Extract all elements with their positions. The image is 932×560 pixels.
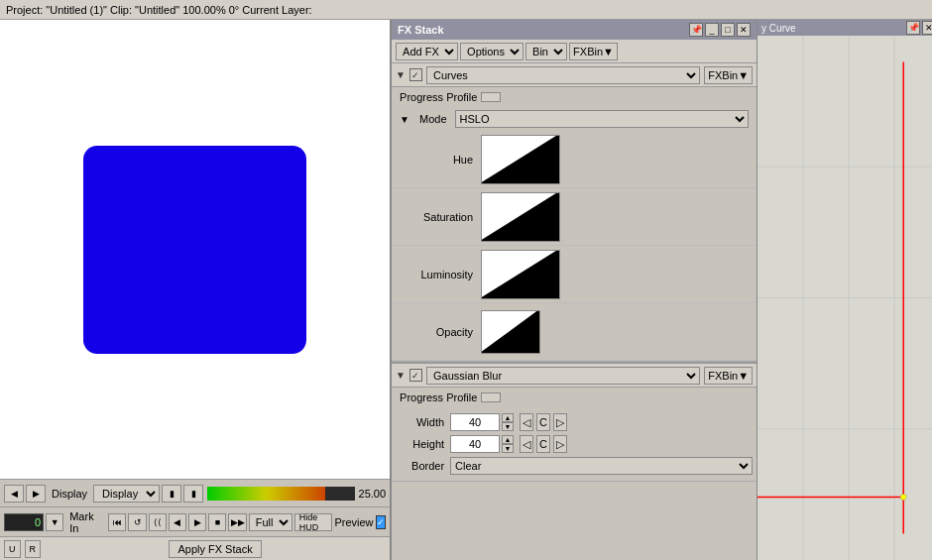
height-down-btn[interactable]: ▼ <box>502 444 514 453</box>
curves-mode-arrow[interactable]: ▼ <box>400 114 409 125</box>
height-next-btn[interactable]: ▷ <box>553 435 567 453</box>
preview-check[interactable]: ✓ <box>376 515 387 529</box>
height-up-btn[interactable]: ▲ <box>502 435 514 444</box>
luminosity-channel-row: Luminosity <box>392 246 757 303</box>
bin-select[interactable]: Bin <box>525 43 567 60</box>
curves-mode-select[interactable]: HSLO <box>455 110 750 128</box>
opacity-label: Opacity <box>392 326 481 338</box>
height-c-btn[interactable]: C <box>536 435 550 453</box>
width-down-btn[interactable]: ▼ <box>502 422 514 431</box>
display-select[interactable]: Display <box>93 485 160 503</box>
curves-name-select[interactable]: Curves <box>426 66 700 84</box>
gaussian-name-row: ▼ Gaussian Blur <box>396 367 700 385</box>
scroll-left-btn[interactable]: ◀ <box>4 485 24 503</box>
r-btn[interactable]: R <box>25 540 42 558</box>
gaussian-params: Width ▲ ▼ ◁ C ▷ <box>392 407 757 481</box>
apply-row: U R Apply FX Stack <box>0 536 390 560</box>
gaussian-fx-item: ▼ Gaussian Blur FXBin▼ Progress Profile <box>392 362 757 482</box>
display-label: Display <box>48 488 91 500</box>
curve-window-panel: y Curve 📌 ✕ <box>757 20 932 560</box>
top-bar: Project: "Untitled (1)" Clip: "Untitled"… <box>0 0 932 20</box>
curves-header: ▼ Curves FXBin▼ <box>392 63 757 87</box>
border-label: Border <box>396 460 450 472</box>
border-row: Border Clear <box>392 455 757 477</box>
timeline-track[interactable] <box>207 487 354 501</box>
opacity-curve[interactable] <box>481 310 540 354</box>
width-c-btn[interactable]: C <box>536 413 550 431</box>
opacity-channel-row: Opacity <box>392 303 757 361</box>
gaussian-progress-label: Progress Profile <box>400 392 477 403</box>
curve-window-content[interactable] <box>757 36 932 560</box>
curve-window-title: y Curve <box>761 23 795 34</box>
fx-window-buttons: 📌 _ □ ✕ <box>689 23 751 37</box>
width-link-btn[interactable]: ◁ <box>520 413 533 431</box>
fx-max-btn[interactable]: □ <box>721 23 735 37</box>
height-row: Height ▲ ▼ ◁ C ▷ <box>392 433 757 455</box>
gaussian-fxbin-btn[interactable]: FXBin▼ <box>704 367 753 385</box>
lum-curve-tri <box>481 250 559 298</box>
gaussian-progress-row: Progress Profile <box>392 388 757 407</box>
curves-fx-item: ▼ Curves FXBin▼ Progress Profile <box>392 63 757 362</box>
curves-enable-check[interactable] <box>409 68 422 81</box>
gaussian-name-select[interactable]: Gaussian Blur <box>426 367 700 385</box>
fxbin-top-btn[interactable]: FXBin▼ <box>569 43 618 60</box>
rewind-btn[interactable]: ↺ <box>128 513 146 531</box>
curves-fxbin-btn[interactable]: FXBin▼ <box>704 66 753 84</box>
tl-btn1[interactable]: ▮ <box>162 485 181 503</box>
gaussian-header: ▼ Gaussian Blur FXBin▼ <box>392 364 757 388</box>
height-input[interactable] <box>450 435 500 453</box>
curve-window-titlebar: y Curve 📌 ✕ <box>757 20 932 36</box>
hue-curve-tri <box>481 135 559 183</box>
prev-frame-btn[interactable]: ◀ <box>169 513 186 531</box>
hue-label: Hue <box>392 154 481 166</box>
fx-panel-scroll[interactable]: ▼ Curves FXBin▼ Progress Profile <box>392 63 757 560</box>
u-btn[interactable]: U <box>4 540 21 558</box>
fx-pin-btn[interactable]: 📌 <box>689 23 703 37</box>
play-btn[interactable]: ▶ <box>188 513 206 531</box>
curves-channels: Hue Saturation <box>392 131 757 361</box>
gaussian-collapse-arrow[interactable]: ▼ <box>396 370 406 381</box>
hide-hud-btn[interactable]: Hide HUD <box>294 513 333 531</box>
curves-progress-toggle[interactable] <box>481 92 501 102</box>
luminosity-curve[interactable] <box>481 250 560 299</box>
full-select[interactable]: Full <box>249 513 292 531</box>
curves-name-row: ▼ Curves <box>396 66 700 84</box>
timeline-bar: ◀ ▶ Display Display ▮ ▮ 25.00 <box>0 479 390 506</box>
fx-min-btn[interactable]: _ <box>705 23 719 37</box>
next-frame-btn[interactable]: ▶▶ <box>228 513 246 531</box>
curves-progress-label: Progress Profile <box>400 91 477 103</box>
gaussian-progress-toggle[interactable] <box>481 392 501 402</box>
time-input[interactable] <box>4 513 44 531</box>
curves-mode-row: ▼ Mode HSLO <box>392 107 757 131</box>
stop-btn[interactable]: ■ <box>208 513 226 531</box>
curves-progress-row: Progress Profile <box>392 87 757 107</box>
step-back-btn[interactable]: ⟨⟨ <box>149 513 167 531</box>
width-next-btn[interactable]: ▷ <box>553 413 567 431</box>
play-prev-btn[interactable]: ⏮ <box>108 513 126 531</box>
tl-btn2[interactable]: ▮ <box>183 485 203 503</box>
curves-collapse-arrow[interactable]: ▼ <box>396 69 406 80</box>
opacity-curve-tri <box>481 310 539 353</box>
curves-mode-label: Mode <box>419 113 447 125</box>
apply-fx-stack-btn[interactable]: Apply FX Stack <box>169 540 261 558</box>
height-link-btn[interactable]: ◁ <box>520 435 533 453</box>
curve-win-close-btn[interactable]: ✕ <box>922 21 932 35</box>
height-label: Height <box>396 438 450 450</box>
hue-curve[interactable] <box>481 135 560 184</box>
fx-close-btn[interactable]: ✕ <box>737 23 751 37</box>
saturation-curve[interactable] <box>481 192 560 242</box>
timeline-progress <box>207 487 325 501</box>
sat-curve-tri <box>481 192 559 241</box>
gaussian-enable-check[interactable] <box>409 369 422 382</box>
curve-grid-svg <box>757 36 932 560</box>
width-up-btn[interactable]: ▲ <box>502 413 514 422</box>
width-row: Width ▲ ▼ ◁ C ▷ <box>392 411 757 433</box>
options-select[interactable]: Options <box>460 43 524 60</box>
curve-win-pin-btn[interactable]: 📌 <box>906 21 920 35</box>
border-select[interactable]: Clear <box>450 457 753 475</box>
add-fx-select[interactable]: Add FX <box>396 43 458 60</box>
width-input[interactable] <box>450 413 500 431</box>
mark-in-btn[interactable]: ▼ <box>46 513 63 531</box>
scroll-right-btn[interactable]: ▶ <box>26 485 46 503</box>
fps-display: 25.00 <box>359 488 387 500</box>
